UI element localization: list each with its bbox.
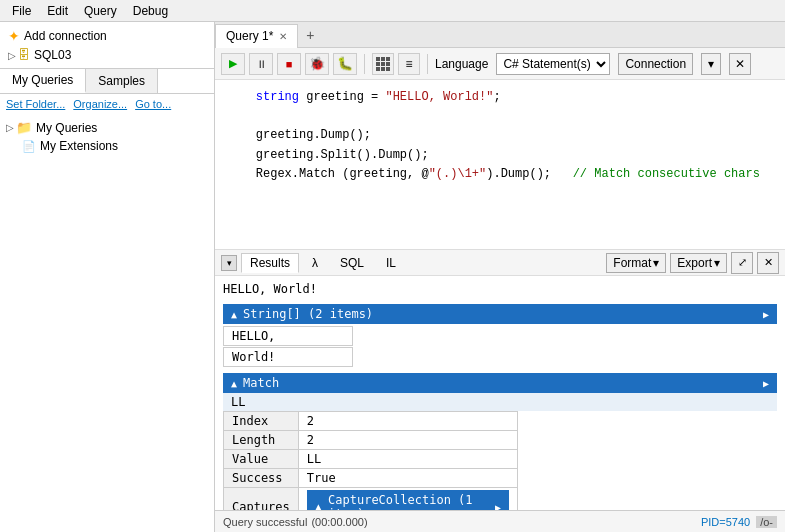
collapse-button[interactable]: ▾	[221, 255, 237, 271]
my-queries-folder[interactable]: ▷ 📁 My Queries	[0, 118, 214, 137]
string-item-1: World!	[223, 347, 353, 367]
format-arrow: ▾	[653, 256, 659, 270]
queries-section: My Queries Samples Set Folder... Organiz…	[0, 69, 214, 532]
string-array-label: String[] (2 items)	[243, 307, 373, 321]
left-tabs: My Queries Samples	[0, 69, 214, 94]
add-connection-label: Add connection	[24, 29, 107, 43]
match-row-success: Success True	[224, 469, 518, 488]
sql03-item[interactable]: ▷ 🗄 SQL03	[0, 46, 214, 64]
list-view-button[interactable]: ≡	[398, 53, 420, 75]
status-pid: PID=5740	[701, 516, 750, 528]
match-header[interactable]: ▲ Match ▶	[223, 373, 777, 393]
connections-section: ✦ Add connection ▷ 🗄 SQL03	[0, 22, 214, 69]
match-table: Index 2 Length 2 Value LL Success	[223, 411, 518, 510]
match-row-captures: Captures ▲ CaptureCollection (1 item) ▶	[224, 488, 518, 511]
export-arrow: ▾	[714, 256, 720, 270]
main-layout: ✦ Add connection ▷ 🗄 SQL03 My Queries Sa…	[0, 22, 785, 532]
format-label: Format	[613, 256, 651, 270]
editor-close-button[interactable]: ✕	[729, 53, 751, 75]
right-panel: Query 1* ✕ + ▶ ⏸ ■ 🐞 🐛 ≡ Language	[215, 22, 785, 532]
format-button[interactable]: Format ▾	[606, 253, 666, 273]
set-folder-link[interactable]: Set Folder...	[6, 98, 65, 110]
expand-results-button[interactable]: ⤢	[731, 252, 753, 274]
match-key-captures: Captures	[224, 488, 299, 511]
tree-section: ▷ 📁 My Queries 📄 My Extensions	[0, 114, 214, 159]
close-results-button[interactable]: ✕	[757, 252, 779, 274]
match-row-index: Index 2	[224, 412, 518, 431]
string-array-right-arrow: ▶	[763, 309, 769, 320]
string-array-arrow: ▲	[231, 309, 237, 320]
add-connection-item[interactable]: ✦ Add connection	[0, 26, 214, 46]
results-toolbar: ▾ Results λ SQL IL Format ▾ Export ▾ ⤢ ✕	[215, 250, 785, 276]
code-line-5: Regex.Match (greeting, @"(.)\1+").Dump()…	[227, 165, 773, 184]
tab-lambda[interactable]: λ	[303, 253, 327, 273]
match-key-length: Length	[224, 431, 299, 450]
sql03-label: SQL03	[34, 48, 71, 62]
star-icon: ✦	[8, 28, 20, 44]
match-row-value: Value LL	[224, 450, 518, 469]
tab-samples[interactable]: Samples	[86, 69, 158, 93]
tab-my-queries[interactable]: My Queries	[0, 69, 86, 93]
tab-il[interactable]: IL	[377, 253, 405, 273]
results-content: HELLO, World! ▲ String[] (2 items) ▶ HEL…	[215, 276, 785, 510]
toolbar: ▶ ⏸ ■ 🐞 🐛 ≡ Language C# Statement(s) Con…	[215, 48, 785, 80]
match-val-index: 2	[298, 412, 517, 431]
my-extensions-leaf[interactable]: 📄 My Extensions	[0, 137, 214, 155]
debug-button[interactable]: 🐞	[305, 53, 329, 75]
organize-link[interactable]: Organize...	[73, 98, 127, 110]
menu-debug[interactable]: Debug	[125, 2, 176, 20]
toolbar-separator-2	[427, 54, 428, 74]
left-panel: ✦ Add connection ▷ 🗄 SQL03 My Queries Sa…	[0, 22, 215, 532]
my-extensions-label: My Extensions	[40, 139, 118, 153]
code-line-2	[227, 107, 773, 126]
code-editor[interactable]: string greeting = "HELLO, World!"; greet…	[215, 80, 785, 250]
match-val-success: True	[298, 469, 517, 488]
export-label: Export	[677, 256, 712, 270]
match-value: LL	[223, 393, 777, 411]
connection-button[interactable]: Connection	[618, 53, 693, 75]
folder-expand-icon: ▷	[6, 122, 14, 133]
string-item-0: HELLO,	[223, 326, 353, 346]
close-tab-icon[interactable]: ✕	[279, 31, 287, 42]
grid-icon	[376, 57, 390, 71]
run-button[interactable]: ▶	[221, 53, 245, 75]
match-right-arrow: ▶	[763, 378, 769, 389]
code-line-3: greeting.Dump();	[227, 126, 773, 145]
match-key-index: Index	[224, 412, 299, 431]
step-button[interactable]: 🐛	[333, 53, 357, 75]
add-tab-button[interactable]: +	[298, 25, 322, 45]
folder-icon: 📁	[16, 120, 32, 135]
doc-icon: 📄	[22, 140, 36, 153]
capture-label: CaptureCollection (1 item)	[328, 493, 495, 510]
tab-sql[interactable]: SQL	[331, 253, 373, 273]
pause-button[interactable]: ⏸	[249, 53, 273, 75]
tab-results[interactable]: Results	[241, 253, 299, 273]
status-time: (00:00.000)	[311, 516, 367, 528]
stop-button[interactable]: ■	[277, 53, 301, 75]
status-io: /o-	[756, 516, 777, 528]
match-val-length: 2	[298, 431, 517, 450]
match-val-value: LL	[298, 450, 517, 469]
connection-arrow-button[interactable]: ▾	[701, 53, 721, 75]
match-val-captures: ▲ CaptureCollection (1 item) ▶	[298, 488, 517, 511]
query-tab-1[interactable]: Query 1* ✕	[215, 24, 298, 48]
result-hello-world: HELLO, World!	[223, 280, 777, 298]
left-actions: Set Folder... Organize... Go to...	[0, 94, 214, 114]
capture-collection-row[interactable]: ▲ CaptureCollection (1 item) ▶	[307, 490, 509, 510]
match-key-success: Success	[224, 469, 299, 488]
menu-bar: File Edit Query Debug	[0, 0, 785, 22]
menu-edit[interactable]: Edit	[39, 2, 76, 20]
match-row-length: Length 2	[224, 431, 518, 450]
string-array-header[interactable]: ▲ String[] (2 items) ▶	[223, 304, 777, 324]
query-tab-label: Query 1*	[226, 29, 273, 43]
language-label: Language	[435, 57, 488, 71]
menu-file[interactable]: File	[4, 2, 39, 20]
match-section: ▲ Match ▶ LL Index 2 Length 2	[223, 373, 777, 510]
results-panel: ▾ Results λ SQL IL Format ▾ Export ▾ ⤢ ✕	[215, 250, 785, 510]
go-to-link[interactable]: Go to...	[135, 98, 171, 110]
export-button[interactable]: Export ▾	[670, 253, 727, 273]
grid-view-button[interactable]	[372, 53, 394, 75]
capture-arrow: ▲	[315, 500, 322, 510]
language-select[interactable]: C# Statement(s)	[496, 53, 610, 75]
menu-query[interactable]: Query	[76, 2, 125, 20]
